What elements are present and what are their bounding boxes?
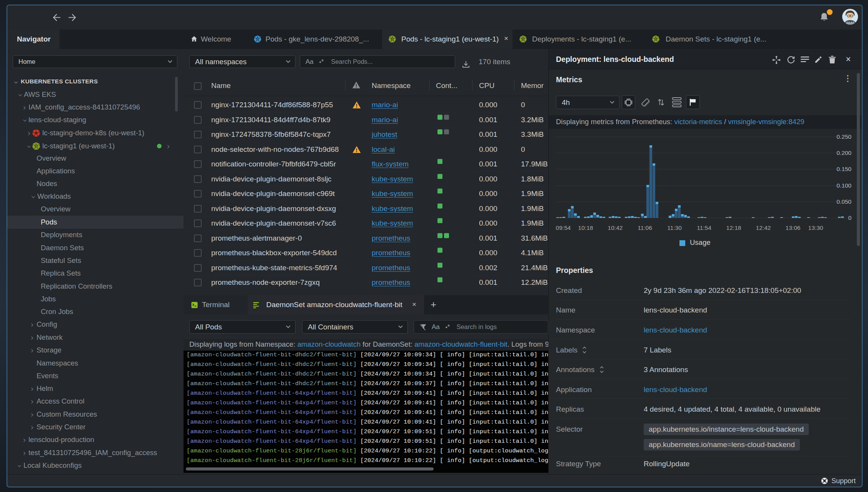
svg-text:11:54: 11:54 — [697, 224, 711, 231]
svg-text:0.100: 0.100 — [836, 182, 851, 189]
svg-text:0.200: 0.200 — [836, 150, 851, 156]
svg-text:13:06: 13:06 — [786, 224, 801, 231]
svg-text:0.150: 0.150 — [836, 166, 851, 172]
svg-text:09:54: 09:54 — [556, 224, 571, 231]
svg-text:12:18: 12:18 — [726, 224, 741, 231]
svg-text:10:18: 10:18 — [578, 224, 593, 231]
svg-text:0.050: 0.050 — [836, 198, 851, 205]
svg-text:0.250: 0.250 — [836, 133, 851, 140]
svg-text:11:30: 11:30 — [667, 224, 682, 231]
svg-text:0: 0 — [848, 214, 851, 221]
svg-text:13:30: 13:30 — [808, 224, 823, 231]
svg-text:10:42: 10:42 — [608, 224, 623, 231]
svg-text:12:42: 12:42 — [756, 224, 771, 231]
svg-text:11:06: 11:06 — [638, 224, 652, 231]
